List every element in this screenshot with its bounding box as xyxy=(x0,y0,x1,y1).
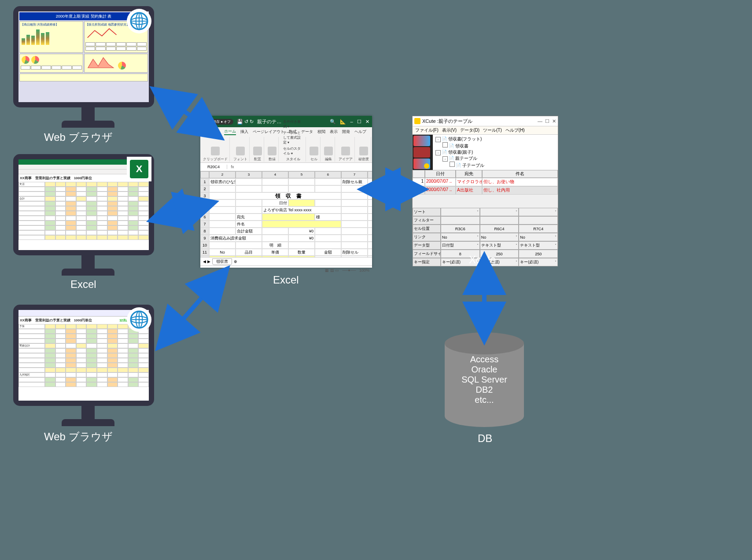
tab-pagelayout[interactable]: ページレイアウト xyxy=(253,129,284,135)
sheet-tab[interactable]: 領収書 xyxy=(212,258,232,265)
tab-review[interactable]: 校閲 xyxy=(317,129,325,135)
svg-line-12 xyxy=(167,207,198,216)
grid-hdr-to: 宛先 xyxy=(456,170,482,178)
browser-icon xyxy=(127,9,151,33)
worksheet[interactable]: 234567891領収書のひな型削除セル親23領 収 書4日付5よろずや商店 T… xyxy=(200,171,372,257)
close-icon[interactable]: ✕ xyxy=(552,118,556,124)
grp-sens: 秘密度 xyxy=(358,157,369,162)
grid-cell: 2000/07/07 .. xyxy=(425,186,456,195)
browser2-title: XX商事 営業利益の予算と実績 1000円単位 xyxy=(20,318,92,323)
monitor-browser2: XX商事 営業利益の予算と実績 1000円単位 12月山南台調査出来 予算 実績… xyxy=(13,305,154,406)
tab-home[interactable]: ホーム xyxy=(224,129,236,135)
tab-insert[interactable]: 挿入 xyxy=(240,129,248,135)
grp-font: フォント xyxy=(233,157,247,162)
grid-hdr-subj: 件名 xyxy=(482,170,558,178)
xcute-window: XCute :親子のテーブル —☐✕ ファイル(F) 表示(V) データ(D) … xyxy=(412,116,558,249)
grp-edit: 編集 xyxy=(325,157,332,162)
monitor-browser1: 2000年度上期 実績 契約集計 表 【商品種別 月別成績推移】 【販売所別成績… xyxy=(13,6,154,107)
db-line: Oracle xyxy=(472,365,498,375)
label-browser2: Web ブラウザ xyxy=(44,430,113,444)
menu-help[interactable]: ヘルプ(H) xyxy=(505,127,525,133)
grp-idea: アイデア xyxy=(339,157,353,162)
grid-cell: 但し、お使い物 xyxy=(482,178,558,186)
grid-row[interactable]: 2 2000/07/07 .. A出版社 但し、社内用 xyxy=(413,186,558,195)
label-excel-center: Excel xyxy=(273,274,299,286)
menu-tool[interactable]: ツール(T) xyxy=(483,127,502,133)
zoom-level: 100% xyxy=(359,268,369,273)
max-icon[interactable]: ☐ xyxy=(545,118,549,124)
doc-name: 親子のテ… xyxy=(257,118,281,125)
grid-cell: 2 xyxy=(413,186,425,195)
excel-icon: X xyxy=(127,157,151,181)
tab-help[interactable]: ヘルプ xyxy=(354,129,366,135)
grid-cell: 2000/07/07 .. xyxy=(425,178,456,186)
fx-icon[interactable]: fx xyxy=(227,165,238,169)
xcute-title: XCute :親子のテーブル xyxy=(422,118,472,125)
grp-style: スタイル xyxy=(286,157,300,162)
menu-data[interactable]: データ(D) xyxy=(460,127,479,133)
tool-report-icon[interactable] xyxy=(413,147,430,158)
label-excel-left: Excel xyxy=(70,278,96,291)
new-sheet[interactable]: ⊕ xyxy=(234,259,237,264)
tool-xcute-icon[interactable] xyxy=(413,136,430,146)
menu-view[interactable]: 表示(V) xyxy=(442,127,457,133)
grid-hdr-date: 日付 xyxy=(425,170,456,178)
grp-clipboard: クリップボード xyxy=(203,157,228,162)
db-line: SQL Server xyxy=(461,375,507,385)
grp-cell: セル xyxy=(310,157,317,162)
tab-dev[interactable]: 開発 xyxy=(342,129,350,135)
db-line: etc... xyxy=(475,395,494,405)
grid-hdr-n xyxy=(413,170,425,178)
db-line: Access xyxy=(470,354,498,365)
tab-file[interactable]: ファイル xyxy=(204,129,220,135)
style-table[interactable]: テーブルとして書式設定 ▾ xyxy=(282,130,304,145)
grid-row[interactable]: 1 2000/07/07 .. マイクロラボ 但し、お使い物 xyxy=(413,178,558,186)
xcute-menubar[interactable]: ファイル(F) 表示(V) データ(D) ツール(T) ヘルプ(H) xyxy=(413,126,558,135)
monitor-excel-left: XX商事 営業利益の予算と実績 1000円単位 支店 合計 X xyxy=(13,154,154,255)
svg-marker-0 xyxy=(88,58,114,68)
panel1-hdr: 【商品種別 月別成績推移】 xyxy=(21,22,82,27)
grid-cell: マイクロラボ xyxy=(456,178,482,186)
label-db: DB xyxy=(478,432,492,445)
tool-db-icon[interactable] xyxy=(413,158,430,169)
grid-cell: 但し、社内用 xyxy=(482,186,558,195)
min-icon[interactable]: — xyxy=(538,118,542,124)
label-browser1: Web ブラウザ xyxy=(44,130,113,144)
name-box[interactable]: R20C4 xyxy=(200,165,227,169)
grp-align: 配置 xyxy=(254,157,261,162)
xcute-tree[interactable]: -📄 領収書(フラット)📄 領収書-📄 領収書(親子)-📄 親テーブル📄 子テー… xyxy=(433,135,558,170)
style-cond[interactable]: 条件付き書式 ▾ xyxy=(282,119,304,129)
grid-cell: A出版社 xyxy=(456,186,482,195)
db-line: DB2 xyxy=(476,385,493,395)
autosave-toggle[interactable]: 自動保存 ● オフ xyxy=(203,119,233,125)
browser-icon xyxy=(127,307,151,332)
style-cell[interactable]: セルのスタイル ▾ xyxy=(282,146,304,156)
grid-cell: 1 xyxy=(413,178,425,186)
excel-center-window: 自動保存 ● オフ 💾 ↺ ↻ 親子のテ… 🔍 📐 – ☐ ✕ ファイル ホーム… xyxy=(200,116,372,268)
label-xcute: Xcute xyxy=(469,254,496,266)
tab-view[interactable]: 表示 xyxy=(330,129,338,135)
db-cylinder: Access Oracle SQL Server DB2 etc... xyxy=(445,332,524,416)
grp-number: 数値 xyxy=(269,157,276,162)
menu-file[interactable]: ファイル(F) xyxy=(415,127,439,133)
ribbon: クリップボード フォント 配置 数値 条件付き書式 ▾ テーブルとして書式設定 … xyxy=(200,136,372,163)
svg-line-13 xyxy=(170,282,216,335)
